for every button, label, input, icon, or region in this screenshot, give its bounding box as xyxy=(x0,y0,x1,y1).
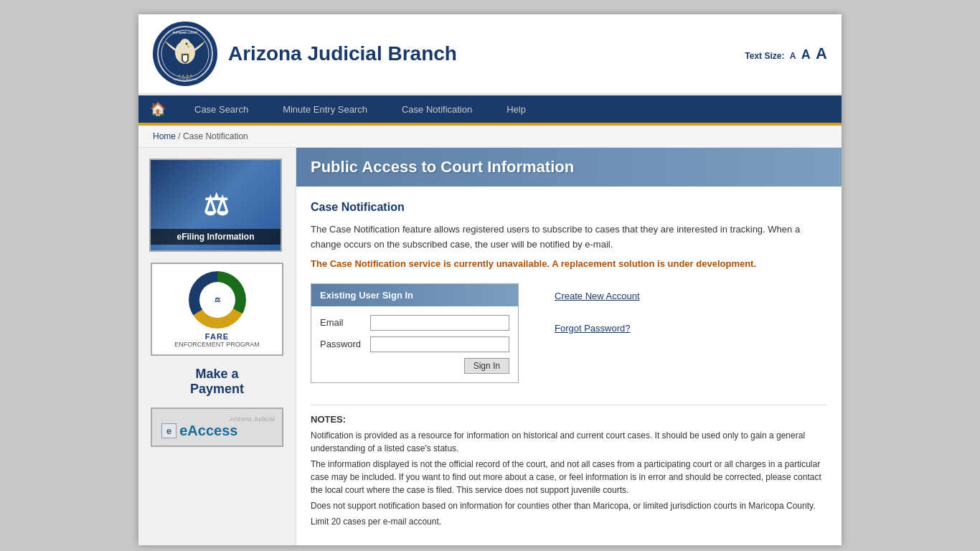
nav-case-notification[interactable]: Case Notification xyxy=(385,97,489,122)
signin-box-body: Email Password Sign In xyxy=(311,306,518,382)
forgot-password-link[interactable]: Forgot Password? xyxy=(555,323,640,334)
text-size-large[interactable]: A xyxy=(816,44,827,62)
site-title: Arizona Judicial Branch xyxy=(228,42,457,65)
note-1: Notification is provided as a resource f… xyxy=(311,429,827,455)
breadcrumb-home[interactable]: Home xyxy=(153,131,176,141)
notes-section: NOTES: Notification is provided as a res… xyxy=(311,405,827,528)
password-input[interactable] xyxy=(370,336,509,352)
breadcrumb: Home / Case Notification xyxy=(138,126,842,148)
email-input[interactable] xyxy=(370,315,509,331)
breadcrumb-current: Case Notification xyxy=(183,131,248,141)
note-2: The information displayed is not the off… xyxy=(311,458,827,496)
note-4: Limit 20 cases per e-mail account. xyxy=(311,515,827,528)
notes-title: NOTES: xyxy=(311,414,827,425)
section-title: Case Notification xyxy=(311,201,827,214)
svg-point-5 xyxy=(186,43,188,45)
nav-help[interactable]: Help xyxy=(489,97,543,122)
email-label: Email xyxy=(320,317,370,328)
efiling-banner[interactable]: ⚖ eFiling Information xyxy=(149,159,285,252)
warning-text: The Case Notification service is current… xyxy=(311,258,827,269)
signin-button[interactable]: Sign In xyxy=(464,358,509,374)
header-left: ★ ★ ★ ★ SUPREME COURT STATE OF ARIZONA A… xyxy=(153,22,457,86)
fare-banner[interactable]: ⚖ FARE ENFORCEMENT PROGRAM xyxy=(151,263,283,356)
svg-text:★ ★ ★ ★: ★ ★ ★ ★ xyxy=(178,73,193,77)
password-row: Password xyxy=(320,336,509,352)
svg-point-4 xyxy=(180,39,190,49)
info-text: The Case Notification feature allows reg… xyxy=(311,222,827,253)
text-size-medium[interactable]: A xyxy=(801,47,811,62)
sidebar: ⚖ eFiling Information ⚖ FARE ENFORCEMENT… xyxy=(138,148,296,545)
email-row: Email xyxy=(320,315,509,331)
svg-text:SUPREME COURT: SUPREME COURT xyxy=(172,31,198,34)
nav-case-search[interactable]: Case Search xyxy=(177,97,265,122)
svg-text:STATE OF ARIZONA: STATE OF ARIZONA xyxy=(174,78,198,81)
eaccess-sub: Arizona Judicial xyxy=(156,415,278,423)
page-header-bar: Public Access to Court Information xyxy=(296,148,842,187)
fare-sublabel: ENFORCEMENT PROGRAM xyxy=(174,341,259,348)
account-links: Create New Account Forgot Password? xyxy=(555,283,640,334)
fare-label: FARE xyxy=(205,332,229,341)
password-label: Password xyxy=(320,339,370,349)
scales-icon: ⚖ xyxy=(203,189,229,222)
signin-btn-row: Sign In xyxy=(320,358,509,374)
signin-box: Existing User Sign In Email Password xyxy=(311,283,519,383)
nav-home-button[interactable]: 🏠 xyxy=(138,95,177,123)
nav-minute-entry-search[interactable]: Minute Entry Search xyxy=(265,97,385,122)
make-payment-link[interactable]: Make aPayment xyxy=(149,367,285,397)
logo: ★ ★ ★ ★ SUPREME COURT STATE OF ARIZONA xyxy=(153,22,217,86)
page-title: Public Access to Court Information xyxy=(311,158,827,176)
text-size-small[interactable]: A xyxy=(790,51,796,61)
efiling-image: ⚖ eFiling Information xyxy=(149,159,282,252)
signin-area: Existing User Sign In Email Password xyxy=(311,283,827,383)
text-size-control: Text Size: A A A xyxy=(742,44,827,63)
eaccess-banner[interactable]: Arizona Judicial e eAccess xyxy=(151,408,283,447)
eaccess-label: eAccess xyxy=(179,423,237,439)
main-layout: ⚖ eFiling Information ⚖ FARE ENFORCEMENT… xyxy=(138,148,842,545)
fare-inner: ⚖ xyxy=(199,282,235,318)
text-size-label: Text Size: xyxy=(745,51,784,61)
efiling-label: eFiling Information xyxy=(151,229,281,245)
note-3: Does not support notification based on i… xyxy=(311,499,827,512)
header: ★ ★ ★ ★ SUPREME COURT STATE OF ARIZONA A… xyxy=(138,14,842,95)
content-area: Public Access to Court Information Case … xyxy=(296,148,842,545)
nav-bar: 🏠 Case Search Minute Entry Search Case N… xyxy=(138,95,842,126)
content-body: Case Notification The Case Notification … xyxy=(296,201,842,545)
fare-circle: ⚖ xyxy=(189,271,246,329)
breadcrumb-separator: / xyxy=(178,131,180,141)
create-account-link[interactable]: Create New Account xyxy=(555,291,640,301)
signin-box-header: Existing User Sign In xyxy=(311,284,518,306)
